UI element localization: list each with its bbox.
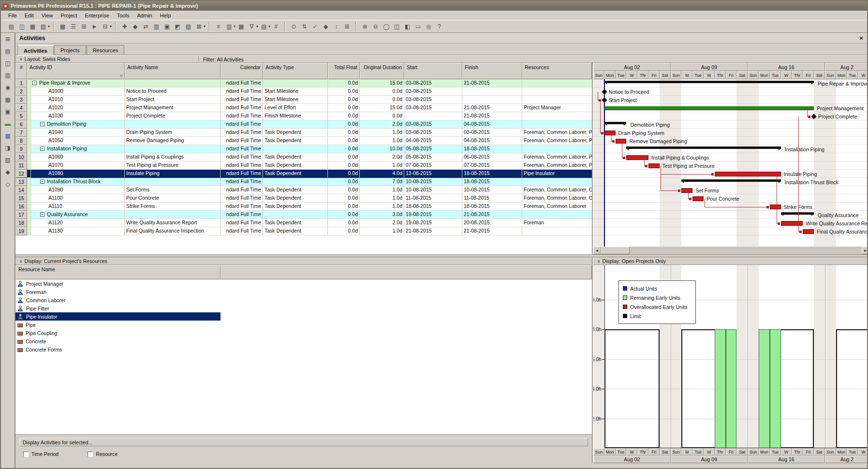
paste-icon[interactable]: ▥: [3, 71, 13, 80]
gantt-summary-bar-pipe-repair-improve[interactable]: [604, 81, 814, 83]
resource-checkbox[interactable]: [88, 452, 93, 457]
dropdown-arrow-icon[interactable]: ▾: [256, 24, 258, 29]
column-header-activity-id[interactable]: Activity ID▽: [27, 63, 125, 79]
menu-item-view[interactable]: View: [38, 12, 57, 19]
resource-row-project-manager[interactable]: Project Manager: [15, 279, 221, 288]
collapse-icon[interactable]: −: [40, 179, 44, 184]
table-row-a1030[interactable]: 5A1030Project Completendard Full TimeFin…: [15, 112, 592, 120]
copy-icon[interactable]: ◫: [3, 59, 13, 68]
menu-item-admin[interactable]: Admin: [133, 12, 155, 19]
tab-activities[interactable]: Activities: [17, 45, 54, 55]
move-window-icon[interactable]: ↕: [331, 22, 341, 31]
table-row-a1010[interactable]: 3A1010Start Projectndard Full TimeStart …: [15, 96, 592, 104]
menu-item-file[interactable]: File: [5, 12, 20, 19]
table-row-a1130[interactable]: 19A1130Final Quality Assurance Inspectio…: [15, 227, 592, 235]
column-header-original-duration[interactable]: Original Duration: [360, 63, 404, 79]
bars-icon[interactable]: ≡: [213, 22, 223, 31]
gantt-bar-remove-damaged-piping[interactable]: [616, 139, 627, 144]
documents-icon[interactable]: ▨: [183, 22, 193, 31]
usage-display-bar[interactable]: ∨ Display: Open Projects Only: [593, 257, 868, 265]
relationships-icon[interactable]: ⇄: [141, 22, 151, 31]
collapse-icon[interactable]: −: [40, 147, 44, 151]
table-row-demolition-piping[interactable]: 6−Demolition Pipingndard Full Time0.0d2.…: [15, 120, 592, 129]
resources-display-bar[interactable]: ∨ Display: Current Project's Resources: [15, 257, 592, 265]
resources-icon[interactable]: ◆: [130, 22, 140, 31]
resource-row-concrete[interactable]: Concrete: [15, 337, 221, 345]
resource-name-column-header[interactable]: Resource Name: [15, 265, 221, 279]
print-preview-icon[interactable]: ◫: [17, 22, 27, 31]
layout-icon[interactable]: ◨: [3, 144, 13, 152]
user-icon[interactable]: ◉: [3, 83, 13, 92]
codes-icon[interactable]: ⊠: [194, 22, 204, 31]
gantt-bar-test-piping-at-pressure[interactable]: [648, 163, 660, 168]
dropdown-arrow-icon[interactable]: ▾: [48, 24, 50, 29]
report-icon[interactable]: ▣: [3, 107, 13, 116]
activity-network-icon[interactable]: ⊞: [79, 22, 89, 31]
columns-icon[interactable]: ▥: [151, 22, 162, 31]
menu-item-tools[interactable]: Tools: [114, 12, 133, 19]
group-sort-icon[interactable]: ▤: [259, 22, 269, 31]
table-row-a1050[interactable]: 8A1050Remove Damaged Pipingndard Full Ti…: [15, 137, 592, 145]
pointer-icon[interactable]: ►: [89, 22, 100, 31]
menu-item-help[interactable]: Help: [157, 12, 175, 19]
comment-icon[interactable]: ▭: [413, 22, 423, 31]
menu-item-project[interactable]: Project: [57, 12, 80, 19]
table-row-a1070[interactable]: 11A1070Test Piping at Pressurendard Full…: [15, 161, 592, 170]
menu-item-edit[interactable]: Edit: [21, 12, 37, 19]
collapse-icon[interactable]: −: [40, 212, 44, 217]
columns-dropdown-icon[interactable]: ▥: [224, 22, 234, 31]
collapse-icon[interactable]: −: [32, 81, 37, 85]
resource-row-pipe[interactable]: Pipe: [15, 321, 221, 329]
table-row-quality-assurance[interactable]: 17−Quality Assurancendard Full Time0.0d3…: [15, 211, 592, 219]
filter-label[interactable]: Filter: All Activities: [203, 57, 244, 62]
help-icon[interactable]: ?: [434, 22, 444, 31]
table-row-a1020[interactable]: 4A1020Project Managementndard Full TimeL…: [15, 104, 592, 112]
gantt-bar-final-quality-assurance-inspection[interactable]: [803, 229, 814, 234]
vertical-split-icon[interactable]: ◧: [402, 22, 412, 31]
publish-icon[interactable]: ▧: [38, 22, 48, 31]
column-header-calendar[interactable]: Calendar: [221, 63, 263, 79]
table-row-a1090[interactable]: 14A1090Set Formsndard Full TimeTask Depe…: [15, 186, 592, 194]
gantt-bar-insulate-piping[interactable]: [715, 172, 781, 176]
gantt-bar-strike-forms[interactable]: [770, 205, 781, 209]
table-row-a1100[interactable]: 15A1100Pour Concretendard Full TimeTask …: [15, 194, 592, 203]
horizontal-split-icon[interactable]: ◫: [392, 22, 402, 31]
gantt-bar-install-piping-couplings[interactable]: [626, 155, 648, 160]
dropdown-arrow-icon[interactable]: ▾: [268, 24, 270, 29]
table-row-a1000[interactable]: 2A1000Notice to Proceedndard Full TimeSt…: [15, 88, 592, 96]
resource-row-concrete-forms[interactable]: Concrete Forms: [15, 345, 221, 353]
layout-bar[interactable]: ∨ Layout: Swiss Rides Filter: All Activi…: [15, 55, 868, 63]
level-resources-icon[interactable]: ⇅: [299, 22, 309, 31]
green-bar-icon[interactable]: ▬: [3, 119, 13, 128]
scroll-thumb[interactable]: [601, 247, 630, 254]
collapse-icon[interactable]: −: [40, 122, 44, 126]
help-icon[interactable]: ◇: [3, 180, 13, 189]
trace-logic-icon[interactable]: ⊟: [100, 22, 110, 31]
line-numbers-icon[interactable]: #: [271, 22, 281, 31]
column-header-activity-type[interactable]: Activity Type: [263, 63, 328, 79]
open-project-icon[interactable]: ▤: [3, 47, 13, 56]
dropdown-arrow-icon[interactable]: ▾: [234, 24, 235, 29]
tools-icon[interactable]: ◆: [3, 168, 13, 176]
zoom-out-icon[interactable]: ⊖: [370, 22, 381, 31]
roles-icon[interactable]: ◩: [173, 22, 183, 31]
zoom-fit-icon[interactable]: ◯: [381, 22, 391, 31]
resource-row-pipe-insulator[interactable]: Pipe Insulator: [15, 312, 221, 321]
gantt-bar-pour-concrete[interactable]: [692, 196, 704, 201]
resource-row-common-laborer[interactable]: Common Laborer: [15, 296, 221, 304]
gantt-summary-bar-installation-piping[interactable]: [626, 147, 780, 149]
blue-grid-icon[interactable]: ▦: [3, 132, 13, 140]
gantt-bar-set-forms[interactable]: [681, 188, 692, 193]
table-row-a1120[interactable]: 18A1120Write Quality Assurance Reportnda…: [15, 219, 592, 227]
spreadsheet-icon[interactable]: ▦: [236, 22, 246, 31]
time-period-checkbox[interactable]: [23, 452, 29, 457]
column-header-[interactable]: #: [15, 63, 27, 79]
gantt-summary-bar-quality-assurance[interactable]: [781, 212, 814, 215]
documents-icon[interactable]: ▧: [3, 156, 13, 164]
new-project-icon[interactable]: ⊞: [3, 35, 13, 44]
notebook-icon[interactable]: ▣: [162, 22, 172, 31]
resource-row-pipe-fitter[interactable]: Pipe Fitter: [15, 304, 221, 312]
gantt-view-icon[interactable]: ☰: [68, 22, 78, 31]
resource-row-foreman[interactable]: Foreman: [15, 288, 221, 296]
table-row-installation-thrust-block[interactable]: 13−Installation Thrust Blockndard Full T…: [15, 178, 592, 186]
